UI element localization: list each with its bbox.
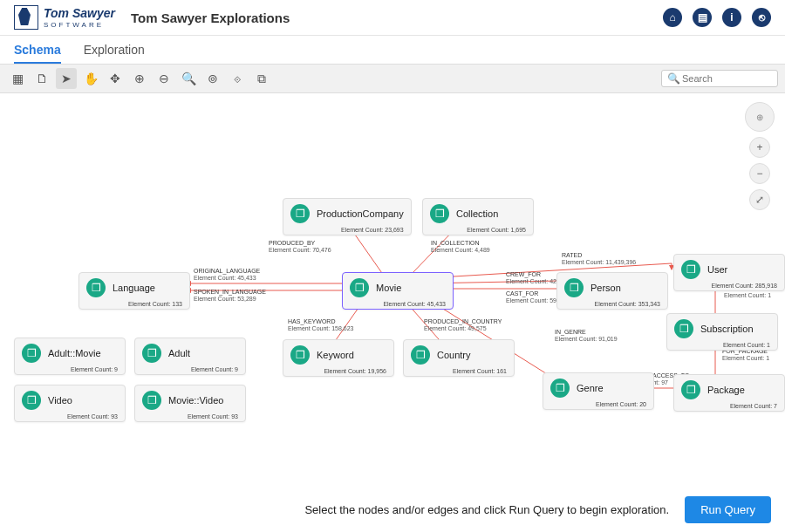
document-icon[interactable]: ▤ xyxy=(693,8,712,27)
expand-icon[interactable]: ⟐ xyxy=(227,68,248,89)
edge-in-collection[interactable]: IN_COLLECTIONElement Count: 4,489 xyxy=(431,240,490,255)
cube-icon: ❒ xyxy=(290,345,310,365)
edge-has-keyword[interactable]: HAS_KEYWORDElement Count: 158,623 xyxy=(288,318,354,333)
move-icon[interactable]: ✥ xyxy=(105,68,126,89)
tab-schema[interactable]: Schema xyxy=(14,43,61,64)
cube-icon: ❒ xyxy=(86,278,106,297)
cube-icon: ❒ xyxy=(142,344,161,363)
edge-original-language[interactable]: ORIGINAL_LANGUAGEElement Count: 45,433 xyxy=(194,268,260,283)
node-movievideo[interactable]: ❒Movie::Video Element Count: 93 xyxy=(134,385,246,422)
cube-icon: ❒ xyxy=(350,278,369,297)
fit-button[interactable]: ⤢ xyxy=(749,189,770,210)
node-language[interactable]: ❒Language Element Count: 133 xyxy=(78,272,190,310)
cube-icon: ❒ xyxy=(142,391,161,410)
pan-icon[interactable]: ✋ xyxy=(80,68,101,89)
edge-in-genre[interactable]: IN_GENREElement Count: 91,019 xyxy=(555,329,618,344)
cube-icon: ❒ xyxy=(411,345,430,365)
brand-name: Tom Sawyer xyxy=(44,6,115,20)
logout-icon[interactable]: ⎋ xyxy=(752,8,771,27)
cube-icon: ❒ xyxy=(430,204,449,223)
edge-produced-by[interactable]: PRODUCED_BYElement Count: 70,476 xyxy=(269,240,331,255)
home-icon[interactable]: ⌂ xyxy=(663,8,682,27)
graph-canvas[interactable]: PRODUCED_BYElement Count: 70,476 IN_COLL… xyxy=(0,93,785,532)
node-person[interactable]: ❒Person Element Count: 353,343 xyxy=(556,272,668,310)
zoom-out-icon[interactable]: ⊖ xyxy=(154,68,174,89)
node-production-company[interactable]: ❒ProductionCompany Element Count: 23,693 xyxy=(283,198,412,235)
tab-bar: Schema Exploration xyxy=(0,36,785,64)
zoom-in-icon[interactable]: ⊕ xyxy=(129,68,150,89)
cube-icon: ❒ xyxy=(681,380,700,399)
cube-icon: ❒ xyxy=(564,278,584,297)
node-subscription[interactable]: ❒Subscription Element Count: 1 xyxy=(666,313,778,351)
brand-mark-icon xyxy=(14,5,38,30)
toolbar: ▦ 🗋 ➤ ✋ ✥ ⊕ ⊖ 🔍 ⊚ ⟐ ⧉ 🔍 xyxy=(0,64,785,93)
footer-bar: Select the nodes and/or edges and click … xyxy=(0,488,785,532)
node-keyword[interactable]: ❒Keyword Element Count: 19,956 xyxy=(283,339,394,377)
app-header: Tom Sawyer SOFTWARE Tom Sawyer Explorati… xyxy=(0,0,785,36)
map-controls: + − ⤢ xyxy=(745,102,775,210)
zoom-out-button[interactable]: − xyxy=(749,163,770,184)
node-genre[interactable]: ❒Genre Element Count: 20 xyxy=(543,372,654,410)
info-icon[interactable]: i xyxy=(722,8,741,27)
search-icon: 🔍 xyxy=(667,72,680,85)
graph-icon[interactable]: ⧉ xyxy=(251,68,272,89)
zoom-area-icon[interactable]: 🔍 xyxy=(178,68,199,89)
cube-icon: ❒ xyxy=(681,260,700,279)
edge-produced-in-country[interactable]: PRODUCED_IN_COUNTRYElement Count: 49,575 xyxy=(424,318,502,333)
edge-spoken-language[interactable]: SPOKEN_IN_LANGUAGEElement Count: 53,289 xyxy=(194,289,266,304)
edge-rated[interactable]: RATEDElement Count: 11,439,396 xyxy=(562,252,636,267)
search-box[interactable]: 🔍 xyxy=(661,70,778,87)
zoom-in-button[interactable]: + xyxy=(749,137,770,158)
brand-text: Tom Sawyer SOFTWARE xyxy=(44,7,115,29)
node-movie[interactable]: ❒Movie Element Count: 45,433 xyxy=(342,272,454,310)
cube-icon: ❒ xyxy=(550,379,570,398)
search-input[interactable] xyxy=(680,72,768,85)
new-page-icon[interactable]: 🗋 xyxy=(31,68,52,89)
edge-layer xyxy=(0,93,785,532)
cube-icon: ❒ xyxy=(674,319,693,338)
node-adult[interactable]: ❒Adult Element Count: 9 xyxy=(134,338,246,375)
node-user[interactable]: ❒User Element Count: 285,918 xyxy=(673,254,785,291)
pointer-icon[interactable]: ➤ xyxy=(56,68,77,89)
node-package[interactable]: ❒Package Element Count: 7 xyxy=(673,374,785,412)
footer-hint: Select the nodes and/or edges and click … xyxy=(304,503,669,516)
tab-exploration[interactable]: Exploration xyxy=(84,43,145,64)
node-collection[interactable]: ❒Collection Element Count: 1,695 xyxy=(422,198,534,235)
cube-icon: ❒ xyxy=(290,204,310,223)
node-video[interactable]: ❒Video Element Count: 93 xyxy=(14,385,126,422)
run-query-button[interactable]: Run Query xyxy=(685,496,771,523)
cube-icon: ❒ xyxy=(22,391,41,410)
cube-icon: ❒ xyxy=(22,344,41,363)
brand-subtitle: SOFTWARE xyxy=(44,21,104,29)
node-adultmovie[interactable]: ❒Adult::Movie Element Count: 9 xyxy=(14,338,126,375)
brand-logo: Tom Sawyer SOFTWARE xyxy=(14,5,115,30)
app-title: Tom Sawyer Explorations xyxy=(131,10,290,25)
pan-rose-icon[interactable] xyxy=(745,102,775,132)
layout-icon[interactable]: ▦ xyxy=(7,68,28,89)
fit-icon[interactable]: ⊚ xyxy=(202,68,223,89)
node-country[interactable]: ❒Country Element Count: 161 xyxy=(403,339,515,377)
